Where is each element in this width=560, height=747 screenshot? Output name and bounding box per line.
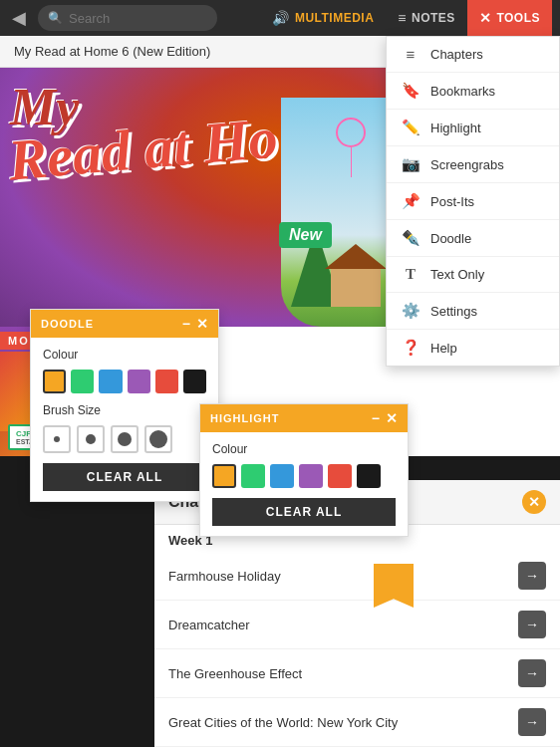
tools-item-highlight[interactable]: ✏️ Highlight — [387, 110, 559, 146]
doodle-color-black[interactable] — [183, 370, 206, 393]
highlight-panel: HIGHLIGHT − ✕ Colour CLEAR ALL — [199, 403, 409, 537]
highlight-close-button[interactable]: ✕ — [386, 410, 398, 426]
doodle-panel-header: DOODLE − ✕ — [31, 310, 218, 338]
doodle-brush-label: Brush Size — [43, 403, 206, 417]
bookmarks-label: Bookmarks — [430, 84, 495, 99]
multimedia-icon: 🔊 — [272, 10, 290, 26]
doodle-controls: − ✕ — [182, 316, 208, 332]
doodle-color-purple[interactable] — [128, 370, 150, 393]
doodle-close-button[interactable]: ✕ — [196, 316, 208, 332]
multimedia-label: MULTIMEDIA — [295, 11, 374, 25]
tools-item-chapters[interactable]: ≡ Chapters — [387, 37, 559, 73]
doodle-color-green[interactable] — [71, 370, 94, 393]
highlight-color-row — [212, 464, 396, 488]
highlight-color-black[interactable] — [357, 464, 381, 488]
tools-item-settings[interactable]: ⚙️ Settings — [387, 293, 559, 330]
doodle-color-row — [43, 370, 206, 393]
settings-label: Settings — [430, 304, 477, 319]
cover-new-badge: New — [279, 222, 332, 248]
tools-item-bookmarks[interactable]: 🔖 Bookmarks — [387, 73, 559, 110]
doodle-brush-row — [43, 425, 206, 453]
notes-icon: ≡ — [398, 10, 407, 26]
tools-item-textonly[interactable]: T Text Only — [387, 257, 559, 293]
highlight-minimize-button[interactable]: − — [372, 410, 380, 426]
highlight-icon: ✏️ — [401, 119, 420, 136]
doodle-brush-md[interactable] — [111, 425, 139, 453]
chapter-item-0[interactable]: Farmhouse Holiday → — [154, 552, 560, 601]
screengrabs-icon: 📷 — [401, 155, 420, 173]
tab-group: 🔊 MULTIMEDIA ≡ NOTES ✕ TOOLS — [260, 0, 552, 36]
tab-tools[interactable]: ✕ TOOLS — [467, 0, 552, 36]
doodle-panel-body: Colour Brush Size CLEAR ALL — [31, 338, 218, 501]
doodle-color-red[interactable] — [155, 370, 178, 393]
chapter-title-1: Dreamcatcher — [168, 618, 250, 632]
chapter-arrow-3[interactable]: → — [518, 708, 546, 736]
highlight-color-purple[interactable] — [299, 464, 323, 488]
screengrabs-label: Screengrabs — [430, 157, 504, 172]
tools-item-screengrabs[interactable]: 📷 Screengrabs — [387, 146, 559, 183]
search-box[interactable]: 🔍 — [38, 5, 217, 31]
doodle-minimize-button[interactable]: − — [182, 316, 190, 332]
bookmarks-icon: 🔖 — [401, 82, 420, 100]
tools-item-postits[interactable]: 📌 Post-Its — [387, 183, 559, 220]
postits-icon: 📌 — [401, 192, 420, 210]
notes-label: NOTES — [412, 11, 455, 25]
chapters-close-button[interactable]: ✕ — [522, 490, 546, 514]
doodle-brush-sm[interactable] — [77, 425, 105, 453]
top-bar: ◀ 🔍 🔊 MULTIMEDIA ≡ NOTES ✕ TOOLS — [0, 0, 560, 36]
highlight-color-orange[interactable] — [212, 464, 236, 488]
doodle-icon: ✒️ — [401, 229, 420, 247]
highlight-color-green[interactable] — [241, 464, 265, 488]
doodle-clear-all-button[interactable]: CLEAR ALL — [43, 463, 206, 491]
search-input[interactable] — [69, 11, 207, 26]
doodle-title: DOODLE — [41, 318, 94, 330]
chapter-arrow-0[interactable]: → — [518, 562, 546, 590]
tools-label: TOOLS — [496, 11, 540, 25]
chapter-arrow-1[interactable]: → — [518, 611, 546, 638]
highlight-colour-label: Colour — [212, 442, 396, 456]
doodle-label: Doodle — [430, 231, 471, 246]
highlight-panel-header: HIGHLIGHT − ✕ — [200, 404, 408, 432]
search-icon: 🔍 — [48, 11, 63, 25]
chapter-title-3: Great Cities of the World: New York City — [168, 715, 398, 730]
tools-dropdown: ≡ Chapters 🔖 Bookmarks ✏️ Highlight 📷 Sc… — [386, 36, 560, 367]
highlight-color-blue[interactable] — [270, 464, 294, 488]
doodle-brush-lg[interactable] — [144, 425, 172, 453]
chapter-item-1[interactable]: Dreamcatcher → — [154, 601, 560, 649]
chapter-title-2: The Greenhouse Effect — [168, 666, 302, 681]
postits-label: Post-Its — [430, 194, 474, 209]
doodle-color-blue[interactable] — [99, 370, 122, 393]
highlight-controls: − ✕ — [372, 410, 398, 426]
doodle-color-orange[interactable] — [43, 370, 66, 393]
highlight-color-red[interactable] — [328, 464, 352, 488]
highlight-clear-all-button[interactable]: CLEAR ALL — [212, 498, 396, 526]
tab-multimedia[interactable]: 🔊 MULTIMEDIA — [260, 0, 386, 36]
chapter-arrow-2[interactable]: → — [518, 659, 546, 687]
highlight-title: HIGHLIGHT — [210, 412, 280, 424]
chapter-item-2[interactable]: The Greenhouse Effect → — [154, 649, 560, 698]
chapter-item-3[interactable]: Great Cities of the World: New York City… — [154, 698, 560, 747]
highlight-label: Highlight — [430, 121, 481, 135]
doodle-brush-xs[interactable] — [43, 425, 71, 453]
tools-item-help[interactable]: ❓ Help — [387, 330, 559, 366]
help-icon: ❓ — [401, 339, 420, 357]
settings-icon: ⚙️ — [401, 302, 420, 320]
doodle-panel: DOODLE − ✕ Colour Brush Size CLEAR ALL — [30, 309, 219, 502]
textonly-label: Text Only — [430, 267, 484, 282]
chapters-label: Chapters — [430, 47, 483, 62]
chapters-icon: ≡ — [401, 46, 420, 63]
help-label: Help — [430, 341, 457, 356]
back-button[interactable]: ◀ — [8, 3, 30, 33]
textonly-icon: T — [401, 266, 420, 283]
highlight-panel-body: Colour CLEAR ALL — [200, 432, 408, 536]
tab-notes[interactable]: ≡ NOTES — [386, 0, 467, 36]
doodle-colour-label: Colour — [43, 348, 206, 362]
chapter-title-0: Farmhouse Holiday — [168, 569, 281, 584]
tools-item-doodle[interactable]: ✒️ Doodle — [387, 220, 559, 257]
breadcrumb-title: My Read at Home 6 (New Edition) — [14, 44, 210, 59]
tools-close-icon: ✕ — [479, 10, 492, 26]
